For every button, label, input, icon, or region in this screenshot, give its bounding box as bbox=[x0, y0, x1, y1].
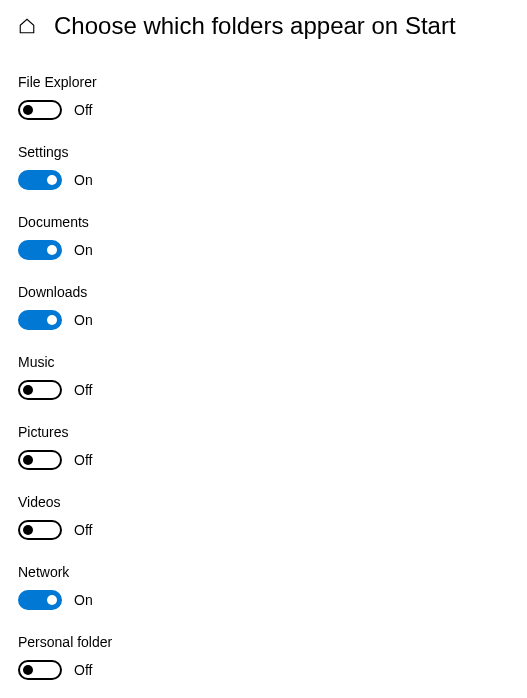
setting-music: MusicOff bbox=[18, 354, 509, 400]
setting-label: Settings bbox=[18, 144, 509, 160]
setting-label: File Explorer bbox=[18, 74, 509, 90]
setting-label: Network bbox=[18, 564, 509, 580]
settings-list: File ExplorerOffSettingsOnDocumentsOnDow… bbox=[0, 54, 527, 680]
setting-label: Pictures bbox=[18, 424, 509, 440]
page-title: Choose which folders appear on Start bbox=[54, 12, 456, 40]
toggle-row: On bbox=[18, 240, 509, 260]
setting-network: NetworkOn bbox=[18, 564, 509, 610]
toggle-network[interactable] bbox=[18, 590, 62, 610]
toggle-settings[interactable] bbox=[18, 170, 62, 190]
toggle-documents[interactable] bbox=[18, 240, 62, 260]
toggle-row: On bbox=[18, 590, 509, 610]
toggle-knob-icon bbox=[47, 175, 57, 185]
toggle-knob-icon bbox=[47, 245, 57, 255]
toggle-music[interactable] bbox=[18, 380, 62, 400]
toggle-state-label: Off bbox=[74, 452, 92, 468]
toggle-state-label: On bbox=[74, 592, 93, 608]
toggle-state-label: Off bbox=[74, 382, 92, 398]
setting-label: Downloads bbox=[18, 284, 509, 300]
setting-settings: SettingsOn bbox=[18, 144, 509, 190]
setting-documents: DocumentsOn bbox=[18, 214, 509, 260]
toggle-row: Off bbox=[18, 660, 509, 680]
toggle-knob-icon bbox=[23, 105, 33, 115]
toggle-row: Off bbox=[18, 520, 509, 540]
toggle-pictures[interactable] bbox=[18, 450, 62, 470]
toggle-knob-icon bbox=[23, 525, 33, 535]
toggle-downloads[interactable] bbox=[18, 310, 62, 330]
toggle-row: Off bbox=[18, 100, 509, 120]
toggle-videos[interactable] bbox=[18, 520, 62, 540]
toggle-state-label: Off bbox=[74, 102, 92, 118]
setting-label: Documents bbox=[18, 214, 509, 230]
toggle-knob-icon bbox=[47, 595, 57, 605]
toggle-knob-icon bbox=[23, 455, 33, 465]
toggle-row: On bbox=[18, 170, 509, 190]
toggle-row: On bbox=[18, 310, 509, 330]
setting-label: Music bbox=[18, 354, 509, 370]
toggle-state-label: Off bbox=[74, 522, 92, 538]
setting-videos: VideosOff bbox=[18, 494, 509, 540]
toggle-file-explorer[interactable] bbox=[18, 100, 62, 120]
toggle-state-label: On bbox=[74, 172, 93, 188]
toggle-state-label: On bbox=[74, 312, 93, 328]
toggle-state-label: On bbox=[74, 242, 93, 258]
setting-label: Personal folder bbox=[18, 634, 509, 650]
toggle-personal-folder[interactable] bbox=[18, 660, 62, 680]
toggle-state-label: Off bbox=[74, 662, 92, 678]
toggle-row: Off bbox=[18, 380, 509, 400]
setting-file-explorer: File ExplorerOff bbox=[18, 74, 509, 120]
toggle-knob-icon bbox=[23, 665, 33, 675]
page-header: Choose which folders appear on Start bbox=[0, 0, 527, 54]
toggle-knob-icon bbox=[47, 315, 57, 325]
setting-pictures: PicturesOff bbox=[18, 424, 509, 470]
home-icon[interactable] bbox=[18, 17, 36, 35]
setting-personal-folder: Personal folderOff bbox=[18, 634, 509, 680]
toggle-row: Off bbox=[18, 450, 509, 470]
setting-label: Videos bbox=[18, 494, 509, 510]
toggle-knob-icon bbox=[23, 385, 33, 395]
setting-downloads: DownloadsOn bbox=[18, 284, 509, 330]
